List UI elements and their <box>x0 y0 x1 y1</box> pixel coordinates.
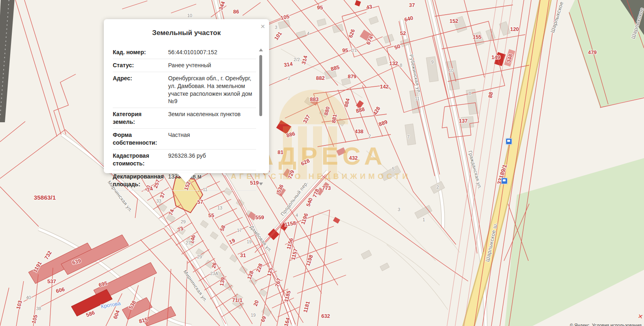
field-value: Частная <box>165 131 256 139</box>
parcel-label: 2 <box>368 134 371 139</box>
field-label: Декларированная площадь: <box>113 173 165 188</box>
field-value: Ранее учтенный <box>165 62 256 69</box>
parcel-label: 19 <box>247 239 252 244</box>
parcel-label: 1/1 <box>350 48 357 53</box>
parcel-label: 10 <box>187 13 192 18</box>
parcel-label: 137 <box>459 118 468 124</box>
parcel-label: 773 <box>322 185 331 191</box>
parcel-label: 149 <box>491 54 500 60</box>
parcel-label: 8 <box>400 63 402 68</box>
field-label: Адрес: <box>113 75 165 82</box>
bus-stop-icon[interactable] <box>506 138 512 145</box>
parcel-label: 632 <box>321 313 330 319</box>
popup-row: Статус:Ранее учтенный <box>113 59 256 72</box>
popup-row: Кад. номер:56:44:0101007:152 <box>113 46 256 59</box>
field-value: 926328.36 руб <box>165 152 256 160</box>
parcel-label: 3 <box>275 25 277 30</box>
parcel-label: 38 <box>36 306 41 311</box>
parcel-label: 2 <box>436 185 439 189</box>
parcel-label: 152 <box>449 18 458 24</box>
field-label: Кадастровая стоимость: <box>113 152 165 167</box>
field-label: Статус: <box>113 62 165 69</box>
parcel-label: 479 <box>588 49 597 55</box>
field-value: Оренбургская обл., г. Оренбург, ул. Дамб… <box>165 75 256 106</box>
cadastral-map[interactable] <box>0 0 644 326</box>
parcel-label: 8 <box>469 91 471 96</box>
field-value: Земли населенных пунктов <box>165 110 256 118</box>
parcel-label: 2 <box>288 76 290 81</box>
field-value: 56:44:0101007:152 <box>165 48 256 56</box>
parcel-label: 3 <box>398 207 400 212</box>
parcel-label: 155 <box>473 34 482 40</box>
parcel-label: 17 <box>237 228 242 233</box>
parcel-label: 29 <box>181 219 186 224</box>
parcel-label: 432 <box>349 155 358 161</box>
scroll-down-icon[interactable] <box>259 183 263 185</box>
parcel-info-popup: × Земельный участок Кад. номер:56:44:010… <box>104 19 269 173</box>
parcel-label: 33 <box>156 198 161 203</box>
parcel-label: 81 <box>278 149 283 155</box>
scrollbar-thumb[interactable] <box>259 55 262 116</box>
parcel-label: 559 <box>255 214 264 220</box>
parcel-label: 71/1 <box>232 297 242 303</box>
parcel-label: 2/2 <box>294 57 300 62</box>
parcel-label: 95 <box>317 4 323 11</box>
map-viewport[interactable]: АДРЕСА АГЕНТСТВО НЕДВИЖИМОСТИ 3448610510… <box>0 0 644 326</box>
parcel-label: 57 <box>197 199 203 205</box>
parcel-label: 35863/1 <box>34 194 56 201</box>
parcel-label: 11 <box>415 96 419 101</box>
bus-stop-icon[interactable] <box>501 178 508 184</box>
parcel-label: 1 <box>423 217 425 222</box>
parcel-label: 132 <box>389 60 398 66</box>
parcel-label: 882 <box>316 75 325 81</box>
parcel-label: 5 <box>392 166 394 171</box>
popup-row: Кадастровая стоимость:926328.36 руб <box>113 150 256 170</box>
parcel-label: 55 <box>208 212 214 218</box>
popup-row: Категория земель:Земли населенных пункто… <box>113 108 256 129</box>
parcel-label: 40 <box>26 295 31 300</box>
parcel-label: 19 <box>251 313 256 317</box>
parcel-label: 879 <box>348 73 357 79</box>
parcel-label: 314 <box>283 61 293 68</box>
popup-title: Земельный участок <box>104 19 269 37</box>
popup-pointer <box>177 173 195 183</box>
parcel-label: 52 <box>400 30 406 36</box>
field-label: Категория земель: <box>113 110 165 126</box>
parcel-label: 95 <box>342 47 348 53</box>
parcel-label: 7 <box>407 134 410 139</box>
map-attribution[interactable]: © Яндекс. Условия использования <box>570 323 642 326</box>
parcel-label: 31 <box>240 252 246 258</box>
popup-row: Адрес:Оренбургская обл., г. Оренбург, ул… <box>113 72 256 108</box>
parcel-label: 883 <box>310 96 319 102</box>
parcel-label: 537 <box>47 278 56 284</box>
parcel-label: 4 <box>296 213 298 218</box>
parcel-label: 142 <box>380 84 389 90</box>
parcel-label: 88 <box>487 92 494 99</box>
parcel-label: 9 <box>431 59 434 64</box>
parcel-label: 43 <box>366 3 373 10</box>
parcel-label: 29 <box>197 254 202 259</box>
scroll-up-icon[interactable] <box>259 48 263 51</box>
parcel-label: 120 <box>510 26 519 32</box>
parcel-label: 23А <box>210 271 218 276</box>
parcel-label: 13 <box>217 205 222 210</box>
parcel-label: 438 <box>355 128 364 134</box>
parcel-label: 27 <box>186 240 191 245</box>
parcel-label: 4 <box>307 31 309 36</box>
parcel-label: 37 <box>409 2 415 8</box>
field-label: Кад. номер: <box>113 48 165 56</box>
popup-rows: Кад. номер:56:44:0101007:152Статус:Ранее… <box>113 46 256 191</box>
field-label: Форма собственности: <box>113 131 165 147</box>
popup-scrollbar[interactable] <box>258 48 263 185</box>
popup-row: Форма собственности:Частная <box>113 129 256 150</box>
parcel-label: 86 <box>233 9 239 15</box>
close-icon[interactable]: × <box>261 22 265 30</box>
parcel-label: 10 <box>449 68 453 73</box>
